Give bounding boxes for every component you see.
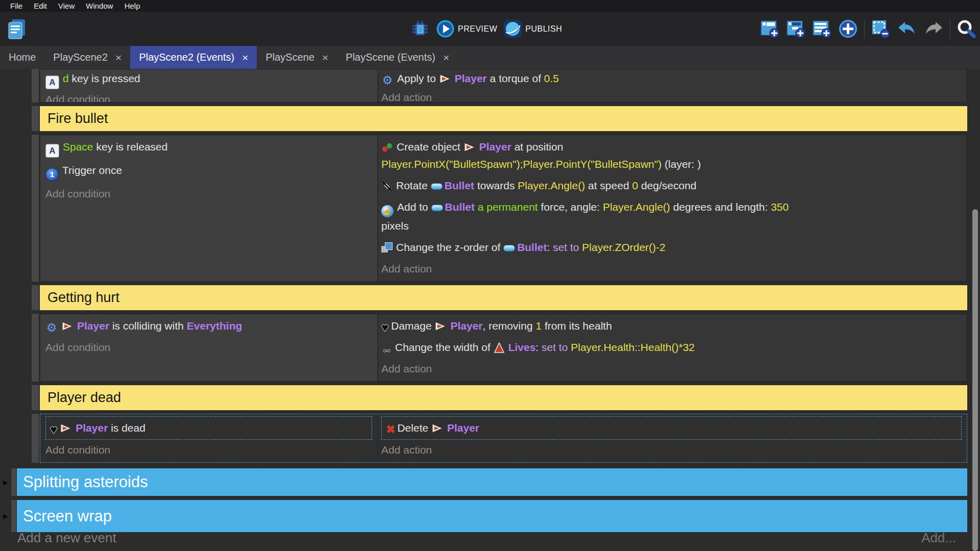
text-segment: Player [479,141,511,153]
tab-close-icon[interactable]: × [115,52,121,63]
group-header[interactable]: Splitting asteroids [17,468,967,496]
comment-row: Getting hurt [32,285,967,310]
actions-cell[interactable]: ✖Delete PlayerAdd action [377,414,967,462]
comment[interactable]: Fire bullet [40,106,967,131]
text-segment: (layer: ) [662,158,701,170]
add-event-icon[interactable] [760,19,780,39]
drag-handle[interactable] [32,285,39,310]
add-condition-button[interactable]: Add condition [45,441,372,459]
action[interactable]: ⚙Apply to Player a torque of 0.5 [381,70,962,87]
drag-handle[interactable] [11,500,16,532]
menu-file[interactable]: File [5,2,28,10]
actions-cell[interactable]: Create object Player at positionPlayer.P… [377,135,967,281]
text-segment: Delete [397,422,431,434]
action[interactable]: Rotate Bullet towards Player.Angle() at … [381,177,962,194]
drag-handle[interactable] [32,414,39,463]
add-condition-button[interactable]: Add condition [45,91,372,103]
text-segment: Player.PointX("BulletSpawn");Player.Poin… [381,158,662,170]
publish-button[interactable]: PUBLISH [503,19,562,38]
search-icon[interactable] [957,19,976,39]
drag-handle[interactable] [32,314,39,382]
tab-playscene-events[interactable]: PlayScene (Events) × [337,46,458,69]
vertical-scrollbar[interactable] [972,209,978,551]
right-toolbar-group [760,12,976,46]
comment[interactable]: Player dead [40,385,967,410]
action[interactable]: Create object Player at positionPlayer.P… [381,138,962,173]
conditions-cell[interactable]: ASpace key is released1Trigger onceAdd c… [40,135,377,281]
add-action-button[interactable]: Add action [381,260,962,278]
add-action-button[interactable]: Add action [381,89,962,103]
publish-label: PUBLISH [525,24,562,34]
condition[interactable]: ⚙Player is colliding with Everything [45,317,372,335]
drag-handle[interactable] [32,69,39,103]
conditions-cell[interactable]: ♥Player is deadAdd condition [40,414,377,462]
actions-cell[interactable]: ⚙Apply to Player a torque of 0.5Add acti… [377,69,967,102]
action[interactable]: ♥Damage Player, removing 1 from its heal… [381,317,962,335]
add-circle-icon[interactable] [838,19,858,39]
comment[interactable]: Getting hurt [40,285,967,310]
add-comment-icon[interactable] [812,19,832,39]
drag-handle[interactable] [32,135,39,282]
tab-playscene2-events[interactable]: PlayScene2 (Events) × [130,46,257,69]
event-row: ASpace key is released1Trigger onceAdd c… [32,135,967,282]
text-segment: Player.Health::Health()*32 [568,341,695,353]
expand-arrow-icon[interactable]: ▶ [3,468,11,496]
event-body: ♥Player is deadAdd condition✖Delete Play… [40,414,967,463]
event-row: ⚙Player is colliding with EverythingAdd … [32,314,967,382]
text-segment: Trigger once [62,164,122,176]
condition[interactable]: 1Trigger once [45,162,372,181]
event-body: Ad key is pressedAdd condition⚙Apply to … [40,69,967,103]
add-condition-button[interactable]: Add condition [45,185,372,203]
menu-window[interactable]: Window [80,2,118,10]
text-segment: a permanent [475,201,538,213]
text-segment: Space [63,141,93,153]
text-segment: : [547,241,553,253]
drag-handle[interactable] [32,106,39,131]
condition[interactable]: Ad key is pressed [45,70,372,89]
gdevelop-logo-icon[interactable] [7,18,27,42]
action[interactable]: ✖Delete Player [381,416,962,440]
action[interactable]: ☝Add to Bullet a permanent force, angle:… [381,198,962,235]
width-icon: ↔ [381,343,393,355]
redo-icon[interactable] [923,20,944,38]
text-segment: 350 [771,201,789,213]
action[interactable]: Change the z-order of Bullet: set to Pla… [381,239,962,256]
debug-icon[interactable] [410,19,430,39]
drag-handle[interactable] [11,468,16,496]
add-condition-button[interactable]: Add condition [45,339,372,356]
event-body: ⚙Player is colliding with EverythingAdd … [40,314,967,382]
menu-edit[interactable]: Edit [28,2,53,10]
tab-playscene[interactable]: PlayScene × [257,46,337,69]
drag-handle[interactable] [32,385,39,410]
add-action-button[interactable]: Add action [381,441,962,459]
add-action-button[interactable]: Add action [381,360,962,378]
conditions-cell[interactable]: Ad key is pressedAdd condition [40,69,377,102]
expand-arrow-icon[interactable]: ▶ [3,500,11,532]
menu-help[interactable]: Help [119,2,146,10]
add-subevent-icon[interactable] [786,19,806,39]
actions-cell[interactable]: ♥Damage Player, removing 1 from its heal… [377,314,967,381]
tab-playscene2[interactable]: PlayScene2 × [44,46,130,69]
menu-view[interactable]: View [53,2,80,10]
tab-home[interactable]: Home [0,46,44,69]
undo-icon[interactable] [897,20,917,38]
tab-label: PlayScene2 [53,52,108,63]
condition[interactable]: ♥Player is dead [45,416,372,440]
conditions-cell[interactable]: ⚙Player is colliding with EverythingAdd … [40,314,377,381]
text-segment: Player [455,72,487,84]
add-new-event-button[interactable]: Add a new event [17,530,116,546]
tab-close-icon[interactable]: × [322,52,328,63]
text-segment: force, angle: [538,201,603,213]
condition[interactable]: ASpace key is released [45,138,372,158]
tab-close-icon[interactable]: × [242,52,248,63]
lives-icon [494,342,505,354]
tab-close-icon[interactable]: × [443,52,449,63]
text-segment: at speed [585,180,632,191]
add-button[interactable]: Add... [921,530,956,546]
text-segment: Bullet [445,180,474,191]
preview-button[interactable]: PREVIEW [436,19,497,38]
text-segment: at position [511,141,564,153]
group-header[interactable]: Screen wrap [17,500,967,532]
remove-selection-icon[interactable] [871,19,891,39]
action[interactable]: ↔Change the width of Lives: set to Playe… [381,339,962,356]
